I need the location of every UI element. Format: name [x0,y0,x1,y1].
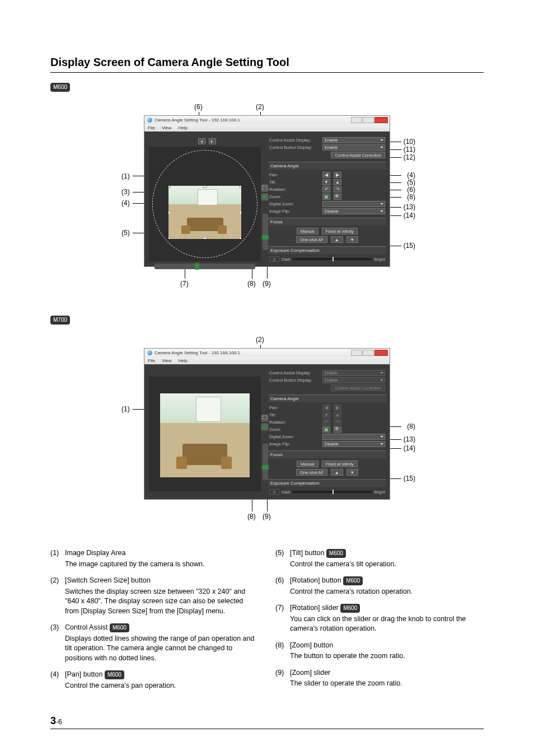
crop-handle[interactable] [240,237,242,240]
focus-manual-button[interactable]: Manual [297,228,318,234]
window-maximize-button[interactable] [363,350,374,356]
zoom-wide-button[interactable]: ▣ [322,194,330,200]
menu-file[interactable]: File [148,125,155,130]
focus-far-button[interactable]: ▼ [346,469,358,476]
menu-view[interactable]: View [162,358,171,363]
digital-zoom-label: Digital Zoom: [269,201,322,206]
rotation-slider[interactable] [154,264,255,269]
item-number: (1) [50,548,65,569]
item-heading: [Rotation] slider M600 [290,603,484,613]
model-badge: M600 [105,670,124,679]
callout-right-15: (15) [404,242,415,250]
tilt-label: Tilt: [269,412,322,417]
control-assist-display-select[interactable]: Enable [322,137,385,143]
image-display-area[interactable] [149,377,261,491]
window-minimize-button[interactable] [351,117,362,123]
focus-infinity-button[interactable]: Fixed at Infinity [322,461,358,467]
focus-infinity-button[interactable]: Fixed at Infinity [322,228,358,234]
callout-m700-left-1: (1) [121,405,130,413]
menu-help[interactable]: Help [179,125,188,130]
description-item: (4)[Pan] button M600Control the camera's… [50,670,259,691]
item-description: Control the camera's pan operation. [65,681,176,691]
control-assist-correction-button[interactable]: Control Assist Correction [331,152,385,158]
rotation-ccw-button[interactable] [198,138,205,144]
description-item: (5)[Tilt] button M600Control the camera'… [275,548,484,569]
callout-m700-right-8: (8) [407,422,415,430]
focus-manual-button[interactable]: Manual [297,461,318,467]
menu-file[interactable]: File [148,358,155,363]
control-button-display-select[interactable]: Enable [322,144,385,151]
model-badge: M600 [343,576,363,585]
window-titlebar: Camera Angle Setting Tool - 192.168.100.… [144,116,390,124]
pan-right-button[interactable]: ▶ [334,172,341,178]
callout-left-5: (5) [121,229,130,237]
crop-handle[interactable] [168,210,171,214]
figure-m700: (2) (1) (8) (13) (14) (15) (8) (9) Camer… [121,336,413,520]
image-flip-label: Image Flip: [269,209,322,214]
item-number: (7) [275,603,290,634]
zoom-slider-knob[interactable] [262,235,269,240]
crop-handle[interactable] [240,186,242,188]
zoom-tele-button[interactable]: 🔍 [334,426,341,433]
focus-near-button[interactable]: ▲ [331,236,343,243]
crop-handle[interactable] [168,186,171,188]
app-window-m600: Camera Angle Setting Tool - 192.168.100.… [144,115,390,267]
callout-m700-right-13: (13) [404,435,415,443]
focus-far-button[interactable]: ▼ [346,236,358,243]
app-window-m700: Camera Angle Setting Tool - 192.168.100.… [144,348,390,500]
switch-screen-size-button[interactable] [261,415,268,421]
zoom-tele-button[interactable]: 🔍 [334,194,341,200]
focus-oneshot-button[interactable]: One-shot AF [296,469,327,476]
rotation-label: Rotation: [269,420,322,425]
model-badge: M600 [326,549,346,558]
digital-zoom-select[interactable] [322,434,385,440]
callout-top-6: (6) [194,103,203,111]
rotation-cw-button[interactable] [209,138,216,144]
window-minimize-button[interactable] [351,350,362,356]
zoom-slider-vertical[interactable] [263,214,268,250]
image-flip-select[interactable]: Disable [322,208,385,214]
zoom-slider-vertical[interactable] [263,444,268,480]
callout-right-11: (11) [404,145,415,153]
page-title: Display Screen of Camera Angle Setting T… [50,56,484,69]
focus-oneshot-button[interactable]: One-shot AF [296,236,327,243]
zoom-in-button[interactable] [261,424,268,430]
focus-near-button[interactable]: ▲ [331,469,343,476]
window-close-button[interactable] [374,350,388,356]
control-assist-correction-button: Control Assist Correction [331,384,385,391]
rotation-right-button[interactable]: ↷ [334,186,341,192]
tilt-down-button[interactable]: ▼ [322,179,330,185]
crop-handle[interactable] [240,210,242,214]
menu-view[interactable]: View [162,125,171,130]
zoom-label: Zoom: [269,194,322,199]
zoom-wide-button[interactable]: ▣ [322,426,330,433]
globe-icon [147,118,152,123]
exposure-section: Exposure Compensation [268,479,386,487]
window-menubar: File View Help [144,124,390,132]
item-number: (5) [275,548,290,569]
callout-right-12: (12) [404,153,415,161]
rotation-left-button[interactable]: ↶ [322,186,330,192]
pan-left-button[interactable]: ◀ [322,172,330,178]
exposure-slider[interactable] [293,258,372,260]
item-description: You can click on the slider or drag the … [290,614,484,634]
window-close-button[interactable] [374,117,388,123]
item-heading: [Zoom] button [290,641,405,651]
crop-handle[interactable] [203,186,207,188]
image-display-area[interactable] [149,147,261,261]
exposure-slider[interactable] [293,491,372,493]
tilt-up-button[interactable]: ▲ [334,179,341,185]
control-assist-display-label: Control Assist Display: [269,138,322,143]
menu-help[interactable]: Help [179,358,188,363]
crop-handle[interactable] [168,237,171,240]
digital-zoom-select[interactable] [322,201,385,207]
tilt-down-button: ▼ [322,412,330,418]
switch-screen-size-button[interactable] [261,185,268,191]
rotation-slider-knob[interactable] [195,263,199,270]
zoom-in-button[interactable] [261,194,268,200]
callout-right-5: (5) [407,179,415,186]
image-flip-select[interactable]: Disable [322,441,385,447]
zoom-slider-knob[interactable] [262,465,269,469]
crop-handle[interactable] [203,237,207,240]
window-maximize-button[interactable] [363,117,374,123]
